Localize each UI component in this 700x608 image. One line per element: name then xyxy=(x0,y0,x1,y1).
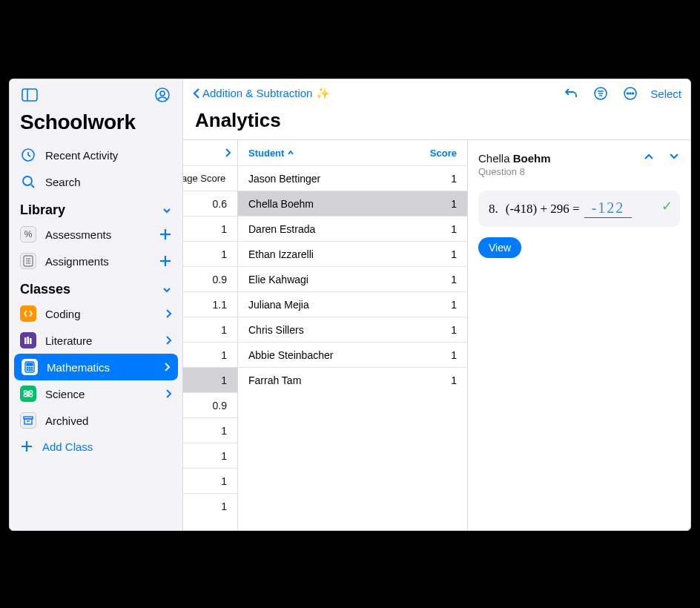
search-icon xyxy=(20,174,36,190)
svg-point-39 xyxy=(627,93,629,94)
student-name: Ethan Izzarelli xyxy=(248,248,314,260)
student-row[interactable]: Daren Estrada1 xyxy=(238,216,467,241)
summary-row[interactable]: 1 xyxy=(183,317,237,342)
score-sort-button[interactable]: Score xyxy=(430,148,457,159)
prev-question-button[interactable] xyxy=(643,152,655,161)
sidebar-class-science[interactable]: Science xyxy=(10,380,182,407)
summary-row[interactable]: 1 xyxy=(183,241,237,266)
student-score: 1 xyxy=(451,248,457,260)
summary-row[interactable]: 0.6 xyxy=(183,191,237,216)
sidebar-section-classes[interactable]: Classes xyxy=(10,274,182,300)
summary-row[interactable]: 1 xyxy=(183,417,237,443)
student-row[interactable]: Abbie Steinbacher1 xyxy=(238,342,467,367)
sidebar-class-mathematics[interactable]: Mathematics xyxy=(14,354,178,380)
sidebar-item-label: Archived xyxy=(45,414,88,427)
plus-icon[interactable] xyxy=(159,228,172,241)
student-score: 1 xyxy=(451,198,457,210)
chevron-right-icon xyxy=(224,148,231,158)
summary-row[interactable]: 0.9 xyxy=(183,392,237,417)
summary-row[interactable]: 1.1 xyxy=(183,291,237,317)
select-button[interactable]: Select xyxy=(650,87,681,100)
svg-rect-15 xyxy=(24,337,27,344)
chevron-down-icon xyxy=(162,285,172,295)
summary-row[interactable]: 1 xyxy=(183,468,237,493)
sidebar-assessments[interactable]: % Assessments xyxy=(10,221,182,248)
student-row[interactable]: Farrah Tam1 xyxy=(238,367,467,392)
student-name: Elie Kahwagi xyxy=(248,274,308,285)
undo-icon[interactable] xyxy=(561,84,581,103)
code-icon xyxy=(20,305,36,322)
student-row[interactable]: Chris Sillers1 xyxy=(238,317,467,342)
atom-icon xyxy=(20,386,36,402)
back-button[interactable]: Addition & Subtraction ✨ xyxy=(192,87,330,100)
main-panel: Addition & Subtraction ✨ Select Analytic… xyxy=(183,79,690,530)
next-question-button[interactable] xyxy=(668,152,680,161)
archive-icon xyxy=(20,412,36,429)
problem-text: (-418) + 296 = xyxy=(506,202,580,217)
sidebar-recent-activity[interactable]: Recent Activity xyxy=(10,142,182,168)
summary-row[interactable]: 0.9 xyxy=(183,266,237,291)
sidebar-item-label: Assignments xyxy=(45,255,109,268)
summary-row[interactable]: 1 xyxy=(183,342,237,367)
student-answer: -122 xyxy=(584,199,633,218)
app-title: Schoolwork xyxy=(10,108,182,142)
detail-question-label: Question 8 xyxy=(478,166,551,177)
add-class-button[interactable]: Add Class xyxy=(10,434,182,459)
svg-point-3 xyxy=(160,91,165,96)
sidebar-section-library[interactable]: Library xyxy=(10,195,182,221)
account-icon[interactable] xyxy=(153,85,172,105)
sidebar-item-label: Coding xyxy=(45,308,81,320)
student-row[interactable]: Jason Bettinger1 xyxy=(238,165,467,191)
chevron-right-icon xyxy=(165,308,172,319)
plus-icon[interactable] xyxy=(159,254,172,268)
main-toolbar: Addition & Subtraction ✨ Select xyxy=(183,79,690,108)
summary-row[interactable]: 1 xyxy=(183,367,237,392)
detail-student-name: Chella Boehm xyxy=(478,152,551,165)
sidebar-toggle-icon[interactable] xyxy=(20,85,39,105)
summary-col-label: age Score xyxy=(183,165,237,191)
summary-row[interactable]: 1 xyxy=(183,216,237,241)
chevron-down-icon xyxy=(162,205,172,216)
student-row[interactable]: Chella Boehm1 xyxy=(238,191,467,216)
sidebar-item-label: Science xyxy=(45,388,85,400)
app-window: Schoolwork Recent Activity Search Librar… xyxy=(9,79,691,531)
student-name: Daren Estrada xyxy=(248,223,315,235)
student-row[interactable]: Ethan Izzarelli1 xyxy=(238,241,467,266)
sidebar-class-literature[interactable]: Literature xyxy=(10,327,182,354)
svg-rect-16 xyxy=(27,337,30,344)
svg-point-25 xyxy=(31,369,33,371)
summary-header[interactable] xyxy=(183,140,237,165)
page-title: Analytics xyxy=(183,108,690,139)
student-name: Chris Sillers xyxy=(248,324,304,336)
sidebar-assignments[interactable]: Assignments xyxy=(10,248,182,274)
sidebar-class-coding[interactable]: Coding xyxy=(10,300,182,327)
student-row[interactable]: Juliana Mejia1 xyxy=(238,291,467,317)
student-name: Jason Bettinger xyxy=(248,173,320,185)
student-score: 1 xyxy=(451,274,457,285)
svg-point-40 xyxy=(630,93,631,94)
problem-index: 8. xyxy=(489,202,498,217)
summary-row[interactable]: 1 xyxy=(183,443,237,468)
student-row[interactable]: Elie Kahwagi1 xyxy=(238,266,467,291)
student-name: Abbie Steinbacher xyxy=(248,349,333,361)
more-icon[interactable] xyxy=(621,84,640,103)
svg-point-21 xyxy=(29,367,30,369)
sidebar-search[interactable]: Search xyxy=(10,168,182,195)
svg-point-20 xyxy=(27,367,28,369)
view-button[interactable]: View xyxy=(478,237,521,258)
plus-icon xyxy=(20,440,33,453)
content-area: age Score 0.6110.91.11110.91111 Student … xyxy=(183,139,690,530)
svg-point-41 xyxy=(633,93,634,94)
document-icon xyxy=(20,253,36,269)
student-score: 1 xyxy=(451,299,457,311)
svg-rect-19 xyxy=(27,363,33,366)
student-name: Juliana Mejia xyxy=(248,299,309,311)
student-score: 1 xyxy=(451,223,457,235)
sidebar-archived[interactable]: Archived xyxy=(10,407,182,434)
filter-icon[interactable] xyxy=(591,84,610,103)
summary-row[interactable]: 1 xyxy=(183,493,237,518)
svg-rect-17 xyxy=(30,338,32,344)
svg-point-5 xyxy=(23,176,32,185)
student-score: 1 xyxy=(451,324,457,336)
student-sort-button[interactable]: Student xyxy=(248,148,294,159)
